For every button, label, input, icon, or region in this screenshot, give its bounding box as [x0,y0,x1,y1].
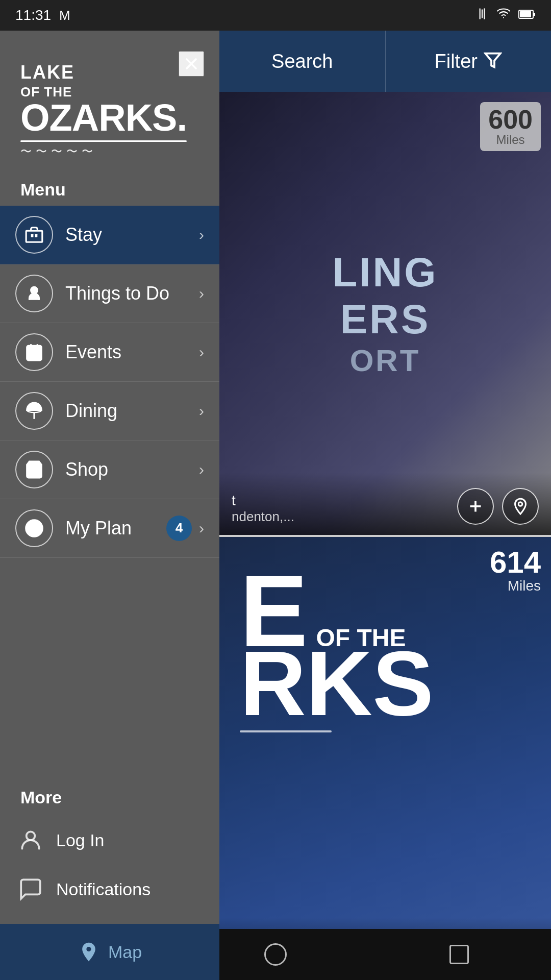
svg-rect-10 [35,234,38,237]
my-plan-icon [15,509,53,547]
notifications-label: Notifications [56,879,151,899]
sidebar: LAKE OF THE OZARKS. 〜〜〜〜〜 Menu [0,31,219,980]
events-chevron: › [199,344,204,361]
filter-button[interactable]: Filter [386,31,552,92]
svg-rect-1 [484,8,485,19]
dining-icon [15,392,53,430]
listing-card-2: E OF THE RKS 614 Miles [219,537,551,980]
shop-label: Shop [65,459,199,480]
map-nav-label: Map [108,942,142,962]
more-item-log-in[interactable]: Log In [0,816,219,865]
time-display: 11:31 [15,7,51,23]
location-button-1[interactable] [502,488,539,525]
wifi-icon [496,7,511,24]
distance-unit-1: Miles [488,133,533,147]
shop-icon [15,451,53,488]
svg-rect-17 [36,354,38,356]
svg-point-22 [27,831,35,840]
notifications-icon [15,874,46,904]
menu-item-things-to-do[interactable]: Things to Do › [0,264,219,323]
svg-marker-23 [485,54,500,67]
svg-rect-0 [480,8,481,19]
svg-rect-4 [520,11,531,17]
distance-badge-1: 600 Miles [480,102,541,151]
things-to-do-icon [15,275,53,312]
distance-number-2: 614 [490,547,541,578]
svg-rect-5 [533,13,535,16]
home-button[interactable] [255,934,296,975]
card-logo-rks: RKS [240,644,434,722]
logo-container: LAKE OF THE OZARKS. 〜〜〜〜〜 [20,51,204,159]
map-nav[interactable]: Map [0,924,219,980]
battery-icon [518,7,536,23]
svg-point-26 [518,502,522,506]
status-bar-right [475,7,536,24]
distance-badge-2: 614 Miles [490,547,541,594]
dining-chevron: › [199,402,204,420]
map-nav-item[interactable]: Map [78,941,142,963]
more-section: More Log In Notifications [0,772,219,924]
my-plan-label: My Plan [65,518,166,539]
logo-text: LAKE OF THE OZARKS. [20,51,187,136]
filter-label: Filter [435,51,478,72]
distance-unit-2: Miles [490,578,541,594]
stay-chevron: › [199,226,204,243]
card-image-2: E OF THE RKS [219,537,551,980]
close-button[interactable] [179,51,204,77]
stay-icon [15,216,53,254]
svg-rect-8 [26,231,42,242]
my-plan-badge: 4 [166,516,192,541]
menu-section-label: Menu [0,169,219,206]
card-actions-1 [457,488,539,525]
card-sign-text: LING ERS ORT [332,249,438,378]
more-item-notifications[interactable]: Notifications [0,865,219,914]
main-container: LAKE OF THE OZARKS. 〜〜〜〜〜 Menu [0,31,551,980]
stay-label: Stay [65,224,199,246]
recents-button[interactable] [439,934,480,975]
sign-line-2: ERS [332,296,438,343]
home-icon [264,943,287,966]
log-in-icon [15,825,46,855]
menu-item-stay[interactable]: Stay › [0,206,219,264]
sidebar-header: LAKE OF THE OZARKS. 〜〜〜〜〜 [0,31,219,169]
svg-rect-16 [30,354,33,356]
card-subtitle-1: ndenton,... [232,509,457,525]
card-logo: E OF THE RKS [240,568,434,732]
menu-item-dining[interactable]: Dining › [0,382,219,440]
filter-icon [484,51,502,71]
status-bar: 11:31 M [0,0,551,31]
menu-item-events[interactable]: Events › [0,323,219,382]
content-area: Search Filter LING ERS ORT [219,31,551,980]
my-plan-chevron: › [199,520,204,537]
svg-rect-2 [482,9,483,18]
menu-items-container: Stay › Things to Do › Events › [0,206,219,772]
menu-item-shop[interactable]: Shop › [0,440,219,499]
shop-chevron: › [199,461,204,478]
gmail-icon: M [59,8,70,23]
listing-card-1: LING ERS ORT 600 Miles t ndenton,... [219,92,551,535]
search-label: Search [271,51,333,72]
things-to-do-label: Things to Do [65,283,199,304]
sign-line-3: ORT [332,343,438,378]
cards-container: LING ERS ORT 600 Miles t ndenton,... [219,92,551,980]
dining-label: Dining [65,400,199,422]
events-label: Events [65,341,199,363]
top-bar: Search Filter [219,31,551,92]
vibrate-icon [475,7,489,24]
map-pin-icon [78,941,100,963]
card-title-1: t [232,493,457,509]
card-overlay-1: t ndenton,... [219,473,551,535]
sign-line-1: LING [332,249,438,296]
card-info-1: t ndenton,... [232,493,457,525]
distance-number-1: 600 [488,106,533,133]
log-in-label: Log In [56,830,105,850]
menu-item-my-plan[interactable]: My Plan 4 › [0,499,219,558]
svg-point-11 [31,287,38,293]
recents-icon [449,945,469,964]
add-to-plan-button-1[interactable] [457,488,494,525]
things-to-do-chevron: › [199,285,204,302]
events-icon [15,333,53,371]
svg-rect-9 [31,234,34,237]
search-button[interactable]: Search [219,31,386,92]
more-section-label: More [0,772,219,816]
